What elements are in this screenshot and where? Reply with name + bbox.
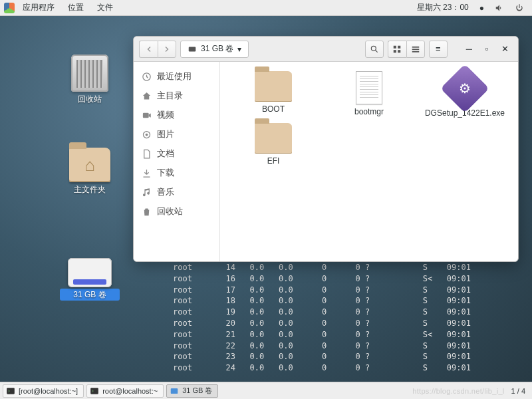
- sidebar-item-doc[interactable]: 文档: [134, 144, 219, 164]
- sidebar-item-label: 下载: [157, 168, 174, 179]
- folder-icon: [255, 71, 292, 102]
- svg-rect-14: [90, 388, 98, 394]
- taskbar-task[interactable]: [root@localhost:~]: [3, 384, 84, 398]
- hamburger-menu-button[interactable]: ≡: [429, 41, 448, 58]
- trash-icon: [71, 55, 108, 92]
- svg-rect-10: [143, 113, 149, 118]
- location-chip[interactable]: 31 GB 卷 ▾: [180, 41, 249, 58]
- taskbar-task[interactable]: 31 GB 卷: [166, 384, 218, 398]
- desktop-icon-volume[interactable]: 31 GB 卷: [60, 258, 120, 301]
- menu-places[interactable]: 位置: [63, 2, 89, 13]
- sidebar-item-clock[interactable]: 最近使用: [134, 67, 219, 86]
- svg-rect-6: [412, 46, 420, 47]
- sidebar-item-label: 文档: [157, 148, 174, 160]
- desktop-icon-label: 31 GB 卷: [60, 289, 120, 301]
- activities-logo-icon[interactable]: [4, 3, 15, 13]
- watermark-text: https://blog.csdn.net/lib_i_l: [412, 387, 504, 395]
- clock[interactable]: 星期六 23：00: [413, 2, 473, 13]
- file-item[interactable]: BOOT: [227, 71, 320, 118]
- sidebar-item-photo[interactable]: 图片: [134, 125, 219, 144]
- trash-icon: [142, 207, 152, 217]
- maximize-button[interactable]: ▫: [480, 41, 493, 58]
- workspace-pager[interactable]: 1 / 4: [507, 387, 529, 395]
- sidebar-item-home[interactable]: 主目录: [134, 86, 219, 106]
- view-list-button[interactable]: [406, 41, 425, 58]
- svg-rect-13: [7, 388, 15, 394]
- chevron-down-icon: ▾: [237, 45, 241, 54]
- file-name: BOOT: [262, 104, 285, 114]
- drive-icon: [68, 258, 112, 287]
- sidebar-item-label: 视频: [157, 110, 174, 121]
- sidebar-item-label: 音乐: [157, 187, 174, 198]
- folder-icon: [255, 123, 292, 154]
- svg-rect-8: [412, 51, 420, 52]
- taskbar-task[interactable]: root@localhost:~: [86, 384, 164, 398]
- svg-point-1: [371, 46, 376, 51]
- sidebar-item-label: 最近使用: [157, 71, 192, 82]
- document-icon: [356, 71, 382, 104]
- file-item[interactable]: ⚙DGSetup_1422E1.exe: [418, 71, 511, 118]
- svg-rect-2: [394, 45, 396, 48]
- sidebar-item-download[interactable]: 下载: [134, 164, 219, 183]
- svg-rect-5: [398, 50, 400, 53]
- bottom-taskbar: [root@localhost:~]root@localhost:~31 GB …: [0, 382, 532, 399]
- back-button[interactable]: [139, 41, 158, 58]
- forward-button[interactable]: [158, 41, 176, 58]
- home-folder-icon: [69, 148, 110, 182]
- sidebar-item-label: 主目录: [157, 90, 183, 102]
- desktop-icon-label: 主文件夹: [60, 184, 120, 196]
- sidebar-item-label: 回收站: [157, 206, 183, 217]
- doc-icon: [142, 149, 152, 159]
- file-item[interactable]: bootmgr: [323, 71, 416, 118]
- view-grid-button[interactable]: [388, 41, 406, 58]
- location-label: 31 GB 卷: [201, 43, 233, 55]
- headerbar: 31 GB 卷 ▾ ≡ ─ ▫ ✕: [134, 37, 518, 62]
- status-dot-icon[interactable]: ●: [475, 3, 488, 13]
- task-label: root@localhost:~: [102, 387, 158, 395]
- home-icon: [142, 91, 152, 101]
- menu-files[interactable]: 文件: [92, 2, 118, 13]
- task-label: [root@localhost:~]: [19, 387, 78, 395]
- svg-rect-7: [412, 49, 420, 50]
- places-sidebar: 最近使用主目录视频图片文档下载音乐回收站: [134, 62, 220, 261]
- file-manager-window: 31 GB 卷 ▾ ≡ ─ ▫ ✕ 最近使用主目录视频图片文档下载音乐回收站 B…: [133, 36, 519, 262]
- clock-icon: [142, 72, 152, 82]
- search-button[interactable]: [365, 41, 384, 58]
- svg-rect-3: [398, 45, 400, 48]
- close-button[interactable]: ✕: [497, 41, 513, 58]
- icon-view[interactable]: BOOTbootmgr⚙DGSetup_1422E1.exeEFI: [220, 62, 518, 261]
- menu-applications[interactable]: 应用程序: [17, 2, 60, 13]
- minimize-button[interactable]: ─: [462, 41, 476, 58]
- top-panel: 应用程序 位置 文件 星期六 23：00 ●: [0, 0, 532, 16]
- file-item[interactable]: EFI: [227, 123, 320, 166]
- photo-icon: [142, 130, 152, 140]
- file-name: bootmgr: [354, 107, 384, 116]
- svg-point-12: [146, 134, 148, 136]
- svg-rect-0: [189, 47, 196, 51]
- desktop-icon-home[interactable]: 主文件夹: [60, 148, 120, 196]
- svg-rect-15: [171, 388, 178, 393]
- svg-rect-4: [394, 50, 396, 53]
- executable-icon: ⚙: [440, 64, 489, 113]
- video-icon: [142, 110, 152, 120]
- sidebar-item-video[interactable]: 视频: [134, 106, 219, 125]
- terminal-output: root 14 0.0 0.0 0 0 ? S 09:01 root 16 0.…: [173, 262, 532, 374]
- sidebar-item-trash[interactable]: 回收站: [134, 202, 219, 221]
- sidebar-item-music[interactable]: 音乐: [134, 183, 219, 202]
- download-icon: [142, 168, 152, 178]
- file-name: EFI: [267, 156, 280, 166]
- desktop-icon-trash[interactable]: 回收站: [60, 55, 120, 105]
- task-label: 31 GB 卷: [182, 386, 212, 396]
- music-icon: [142, 188, 152, 198]
- power-icon[interactable]: [511, 3, 528, 13]
- volume-icon[interactable]: [491, 3, 508, 13]
- desktop-icon-label: 回收站: [60, 93, 120, 105]
- sidebar-item-label: 图片: [157, 129, 174, 140]
